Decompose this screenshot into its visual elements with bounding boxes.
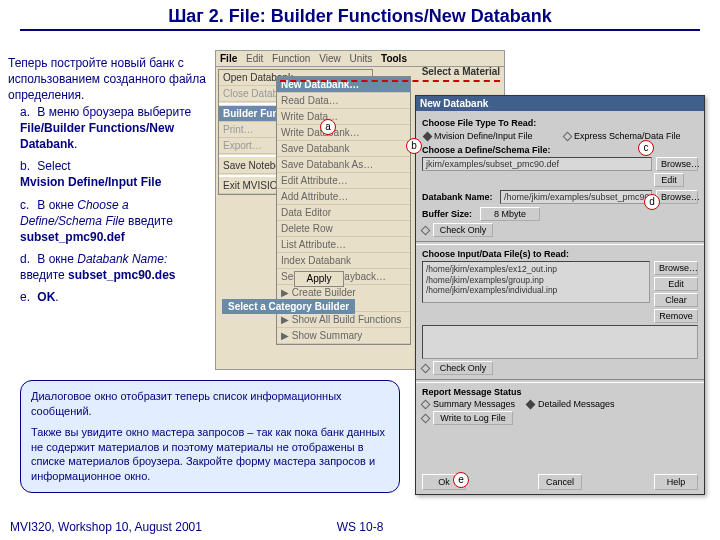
smi-showsum[interactable]: ▶ Show Summary — [277, 328, 410, 344]
menu-tools[interactable]: Tools — [381, 53, 407, 64]
smi-read[interactable]: Read Data… — [277, 93, 410, 109]
footer-center: WS 10-8 — [337, 520, 384, 534]
callout-p1: Диалоговое окно отобразит теперь список … — [31, 389, 389, 419]
footer-left: MVI320, Workshop 10, August 2001 — [10, 520, 202, 534]
dialog-title: New Databank — [416, 96, 704, 111]
opt-summary[interactable] — [421, 399, 431, 409]
info-callout: Диалоговое окно отобразит теперь список … — [20, 380, 400, 493]
smi-indexdb[interactable]: Index Databank — [277, 253, 410, 269]
menu-units[interactable]: Units — [349, 53, 372, 64]
buf-select[interactable]: 8 Mbyte — [480, 207, 540, 221]
callout-p2: Также вы увидите окно мастера запросов –… — [31, 425, 389, 484]
marker-c: c — [638, 140, 654, 156]
report-label: Report Message Status — [422, 387, 698, 397]
marker-b: b — [406, 138, 422, 154]
instructions: Теперь постройте новый банк с использова… — [8, 55, 208, 312]
choose-def-label: Choose a Define/Schema File: — [422, 145, 698, 155]
edit-def-button[interactable]: Edit — [654, 173, 684, 187]
cancel-button[interactable]: Cancel — [538, 474, 582, 490]
browse-db-button[interactable]: Browse… — [656, 190, 698, 204]
edit-input-button[interactable]: Edit — [654, 277, 698, 291]
choose-input-label: Choose Input/Data File(s) to Read: — [422, 249, 698, 259]
pointer-line — [280, 80, 500, 82]
choose-type-label: Choose File Type To Read: — [422, 118, 698, 128]
smi-delrow[interactable]: Delete Row — [277, 221, 410, 237]
input-listbox-2[interactable] — [422, 325, 698, 359]
apply-button[interactable]: Apply — [294, 271, 344, 287]
menu-edit[interactable]: Edit — [246, 53, 263, 64]
step-e: e. OK. — [20, 289, 208, 305]
opt-express[interactable]: Express Schema/Data File — [562, 130, 698, 142]
menu-function[interactable]: Function — [272, 53, 310, 64]
input-listbox[interactable]: /home/jkim/examples/ex12_out.inp /home/j… — [422, 261, 650, 303]
check-only-button-1[interactable]: Check Only — [433, 223, 493, 237]
smi-listattr[interactable]: List Attribute… — [277, 237, 410, 253]
buf-label: Buffer Size: — [422, 209, 476, 219]
log-toggle[interactable] — [421, 413, 431, 423]
check-toggle-2[interactable] — [421, 363, 431, 373]
dbname-field[interactable]: /home/jkim/examples/subset_pmc90.des — [500, 190, 652, 204]
menubar[interactable]: File Edit Function View Units Tools — [216, 51, 504, 67]
material-label: Select a Material — [422, 66, 500, 77]
opt-detailed[interactable] — [526, 399, 536, 409]
remove-input-button[interactable]: Remove — [654, 309, 698, 323]
smi-savedb[interactable]: Save Databank — [277, 141, 410, 157]
marker-a: a — [320, 119, 336, 135]
opt-mvision[interactable]: Mvision Define/Input File — [422, 130, 558, 142]
def-file-field[interactable]: jkim/examples/subset_pmc90.def — [422, 157, 652, 171]
browse-def-button[interactable]: Browse… — [656, 157, 698, 171]
smi-dataed[interactable]: Data Editor — [277, 205, 410, 221]
category-label: Select a Category Builder — [222, 299, 355, 314]
title-underline — [20, 29, 700, 31]
step-a: a. В меню броузера выберите File/Builder… — [20, 104, 208, 153]
dbname-label: Databank Name: — [422, 192, 496, 202]
help-button[interactable]: Help — [654, 474, 698, 490]
clear-input-button[interactable]: Clear — [654, 293, 698, 307]
browse-input-button[interactable]: Browse… — [654, 261, 698, 275]
new-databank-dialog: New Databank Choose File Type To Read: M… — [415, 95, 705, 495]
page-title: Шаг 2. File: Builder Functions/New Datab… — [0, 0, 720, 29]
check-only-button-2[interactable]: Check Only — [433, 361, 493, 375]
step-b: b. Select Mvision Define/Input File — [20, 158, 208, 190]
log-button[interactable]: Write to Log File — [433, 411, 513, 425]
smi-showall[interactable]: ▶ Show All Build Functions — [277, 312, 410, 328]
menu-view[interactable]: View — [319, 53, 341, 64]
menu-file[interactable]: File — [220, 53, 237, 64]
smi-writedb[interactable]: Write Databank… — [277, 125, 410, 141]
smi-addattr[interactable]: Add Attribute… — [277, 189, 410, 205]
step-d: d. В окне Databank Name: введите subset_… — [20, 251, 208, 283]
marker-d: d — [644, 194, 660, 210]
step-c: c. В окне Choose a Define/Schema File вв… — [20, 197, 208, 246]
smi-writedata[interactable]: Write Data… — [277, 109, 410, 125]
check-toggle-1[interactable] — [421, 225, 431, 235]
intro-text: Теперь постройте новый банк с использова… — [8, 55, 208, 104]
smi-saveas[interactable]: Save Databank As… — [277, 157, 410, 173]
smi-editattr[interactable]: Edit Attribute… — [277, 173, 410, 189]
marker-e: e — [453, 472, 469, 488]
